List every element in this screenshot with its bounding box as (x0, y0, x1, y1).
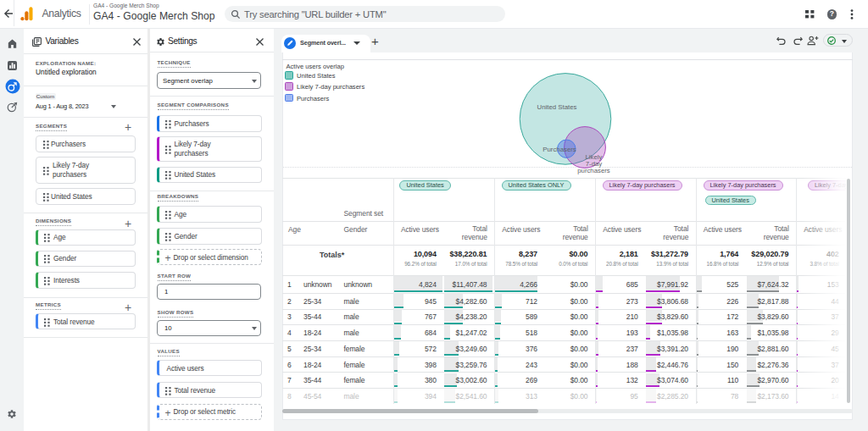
svg-text:Purchasers: Purchasers (542, 146, 576, 153)
svg-text:United States: United States (537, 103, 577, 111)
svg-text:purchasers: purchasers (577, 167, 610, 174)
